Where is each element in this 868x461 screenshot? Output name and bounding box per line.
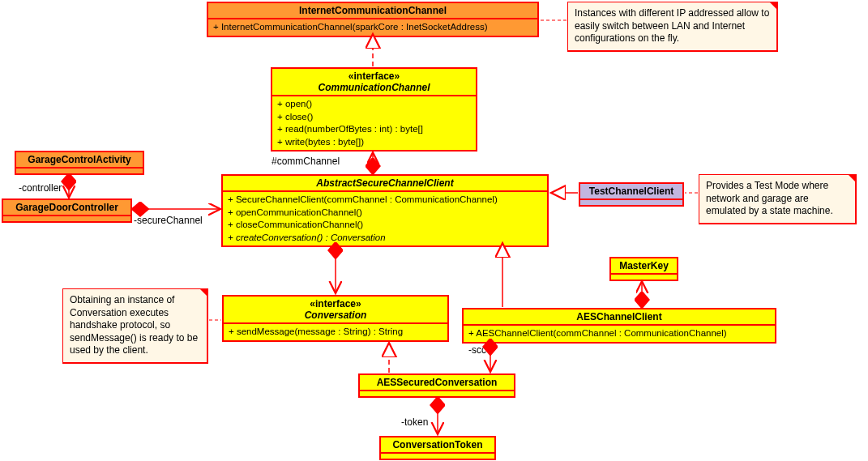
member: + write(bytes : byte[]) bbox=[277, 136, 471, 149]
empty-members bbox=[16, 167, 143, 173]
class-aes-channel-client: AESChannelClient + AESChannelClient(comm… bbox=[462, 308, 776, 344]
member: + InternetCommunicationChannel(sparkCore… bbox=[213, 21, 532, 34]
empty-members bbox=[3, 215, 130, 221]
class-name: CommunicationChannel bbox=[318, 82, 430, 93]
class-title: TestChannelClient bbox=[580, 184, 682, 198]
member: + createConversation() : Conversation bbox=[228, 232, 542, 245]
label-controller: -controller bbox=[19, 182, 62, 194]
label-comm-channel: #commChannel bbox=[272, 156, 340, 167]
member: + AESChannelClient(commChannel : Communi… bbox=[468, 327, 770, 340]
empty-members bbox=[611, 273, 677, 280]
stereotype: «interface» bbox=[348, 70, 400, 82]
class-title: GarageDoorController bbox=[3, 200, 130, 215]
class-title: AbstractSecureChannelClient bbox=[223, 176, 547, 192]
class-members: + open() + close() + read(numberOfBytes … bbox=[272, 96, 476, 150]
class-conversation-token: ConversationToken bbox=[379, 436, 496, 460]
note-ip: Instances with different IP addressed al… bbox=[567, 2, 778, 52]
class-members: + InternetCommunicationChannel(sparkCore… bbox=[208, 19, 537, 36]
stereotype: «interface» bbox=[310, 298, 361, 309]
label-secure-channel: -secureChannel bbox=[134, 215, 203, 226]
empty-members bbox=[580, 198, 682, 205]
class-members: + sendMessage(message : String) : String bbox=[224, 324, 447, 340]
interface-conversation: «interface» Conversation + sendMessage(m… bbox=[222, 295, 449, 342]
class-test-channel-client: TestChannelClient bbox=[579, 182, 684, 207]
note-text: Instances with different IP addressed al… bbox=[575, 7, 769, 44]
label-token: -token bbox=[401, 416, 428, 428]
member: + closeCommunicationChannel() bbox=[228, 219, 542, 232]
class-garage-control-activity: GarageControlActivity bbox=[15, 151, 144, 175]
member: + read(numberOfBytes : int) : byte[] bbox=[277, 123, 471, 136]
empty-members bbox=[360, 390, 514, 396]
note-text: Obtaining an instance of Conversation ex… bbox=[70, 294, 198, 356]
class-aes-secured-conversation: AESSecuredConversation bbox=[358, 373, 515, 398]
note-text: Provides a Test Mode where network and g… bbox=[706, 180, 833, 216]
interface-communication-channel: «interface» CommunicationChannel + open(… bbox=[271, 67, 477, 152]
class-abstract-secure-channel-client: AbstractSecureChannelClient + SecureChan… bbox=[221, 174, 549, 247]
label-scc: -scc bbox=[468, 344, 486, 356]
member: + SecureChannelClient(commChannel : Comm… bbox=[228, 194, 542, 207]
class-title: AESChannelClient bbox=[464, 309, 775, 326]
class-members: + AESChannelClient(commChannel : Communi… bbox=[464, 326, 775, 342]
class-title: AESSecuredConversation bbox=[360, 375, 514, 390]
class-title: «interface» CommunicationChannel bbox=[272, 69, 476, 96]
empty-members bbox=[381, 452, 494, 459]
member: + openCommunicationChannel() bbox=[228, 207, 542, 220]
member: + sendMessage(message : String) : String bbox=[229, 326, 443, 339]
class-name: Conversation bbox=[305, 309, 367, 321]
member: + open() bbox=[277, 98, 471, 111]
class-title: MasterKey bbox=[611, 258, 677, 273]
class-title: «interface» Conversation bbox=[224, 297, 447, 324]
class-internet-communication-channel: InternetCommunicationChannel + InternetC… bbox=[207, 2, 539, 37]
class-members: + SecureChannelClient(commChannel : Comm… bbox=[223, 192, 547, 245]
class-garage-door-controller: GarageDoorController bbox=[2, 198, 132, 223]
class-title: GarageControlActivity bbox=[16, 152, 143, 167]
class-title: ConversationToken bbox=[381, 438, 494, 452]
note-conversation: Obtaining an instance of Conversation ex… bbox=[62, 288, 208, 364]
class-master-key: MasterKey bbox=[609, 257, 678, 281]
member: + close() bbox=[277, 111, 471, 124]
class-title: InternetCommunicationChannel bbox=[208, 3, 537, 19]
note-test: Provides a Test Mode where network and g… bbox=[699, 174, 857, 224]
